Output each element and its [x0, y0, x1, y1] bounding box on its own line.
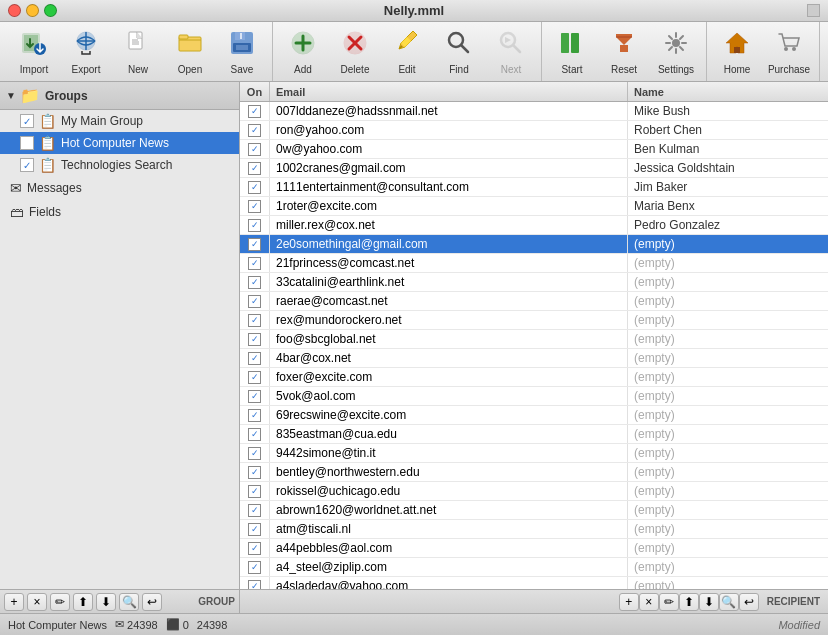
cell-on[interactable] — [240, 577, 270, 589]
row-checkbox[interactable] — [248, 124, 261, 137]
row-checkbox[interactable] — [248, 523, 261, 536]
table-row[interactable]: foo@sbcglobal.net(empty) — [240, 330, 828, 349]
recipient-down-button[interactable]: ⬇ — [699, 593, 719, 611]
cell-on[interactable] — [240, 159, 270, 177]
cell-on[interactable] — [240, 140, 270, 158]
reset-button[interactable]: Reset — [598, 25, 650, 79]
group-down-button[interactable]: ⬇ — [96, 593, 116, 611]
table-row[interactable]: a44pebbles@aol.com(empty) — [240, 539, 828, 558]
maximize-button[interactable] — [44, 4, 57, 17]
minimize-button[interactable] — [26, 4, 39, 17]
sidebar-item-fields[interactable]: 🗃 Fields — [0, 200, 239, 224]
row-checkbox[interactable] — [248, 238, 261, 251]
row-checkbox[interactable] — [248, 485, 261, 498]
cell-on[interactable] — [240, 121, 270, 139]
table-row[interactable]: rex@mundorockero.net(empty) — [240, 311, 828, 330]
group-up-button[interactable]: ⬆ — [73, 593, 93, 611]
cell-on[interactable] — [240, 444, 270, 462]
recipient-delete-button[interactable]: × — [639, 593, 659, 611]
group-delete-button[interactable]: × — [27, 593, 47, 611]
table-row[interactable]: 9442simone@tin.it(empty) — [240, 444, 828, 463]
row-checkbox[interactable] — [248, 371, 261, 384]
group-edit-button[interactable]: ✏ — [50, 593, 70, 611]
cell-on[interactable] — [240, 387, 270, 405]
cell-on[interactable] — [240, 254, 270, 272]
open-button[interactable]: Open — [164, 25, 216, 79]
row-checkbox[interactable] — [248, 219, 261, 232]
new-button[interactable]: New — [112, 25, 164, 79]
row-checkbox[interactable] — [248, 580, 261, 590]
cell-on[interactable] — [240, 216, 270, 234]
group-add-button[interactable]: + — [4, 593, 24, 611]
cell-on[interactable] — [240, 482, 270, 500]
cell-on[interactable] — [240, 330, 270, 348]
row-checkbox[interactable] — [248, 200, 261, 213]
row-checkbox[interactable] — [248, 105, 261, 118]
cell-on[interactable] — [240, 292, 270, 310]
table-row[interactable]: 21fprincess@comcast.net(empty) — [240, 254, 828, 273]
home-button[interactable]: Home — [711, 25, 763, 79]
help-button[interactable]: ? Help — [824, 25, 828, 79]
row-checkbox[interactable] — [248, 504, 261, 517]
cell-on[interactable] — [240, 425, 270, 443]
recipient-up-button[interactable]: ⬆ — [679, 593, 699, 611]
cell-on[interactable] — [240, 406, 270, 424]
save-button[interactable]: Save — [216, 25, 268, 79]
table-row[interactable]: 4bar@cox.net(empty) — [240, 349, 828, 368]
col-header-email[interactable]: Email — [270, 82, 628, 101]
table-row[interactable]: 2e0somethingal@gmail.com(empty) — [240, 235, 828, 254]
cell-on[interactable] — [240, 102, 270, 120]
cell-on[interactable] — [240, 558, 270, 576]
recipient-search-button[interactable]: 🔍 — [719, 593, 739, 611]
table-row[interactable]: 5vok@aol.com(empty) — [240, 387, 828, 406]
group-search-button[interactable]: 🔍 — [119, 593, 139, 611]
cell-on[interactable] — [240, 197, 270, 215]
row-checkbox[interactable] — [248, 276, 261, 289]
sidebar-item-technologies-search[interactable]: 📋 Technologies Search — [0, 154, 239, 176]
cell-on[interactable] — [240, 463, 270, 481]
table-row[interactable]: 1111entertainment@consultant.comJim Bake… — [240, 178, 828, 197]
row-checkbox[interactable] — [248, 143, 261, 156]
group-undo-button[interactable]: ↩ — [142, 593, 162, 611]
add-button[interactable]: Add — [277, 25, 329, 79]
row-checkbox[interactable] — [248, 352, 261, 365]
table-row[interactable]: miller.rex@cox.netPedro Gonzalez — [240, 216, 828, 235]
table-row[interactable]: rokissel@uchicago.edu(empty) — [240, 482, 828, 501]
row-checkbox[interactable] — [248, 162, 261, 175]
cell-on[interactable] — [240, 539, 270, 557]
purchase-button[interactable]: Purchase — [763, 25, 815, 79]
sidebar-item-messages[interactable]: ✉ Messages — [0, 176, 239, 200]
col-header-name[interactable]: Name — [628, 82, 828, 101]
row-checkbox[interactable] — [248, 409, 261, 422]
export-button[interactable]: Export — [60, 25, 112, 79]
sidebar-item-hot-computer-news[interactable]: 📋 Hot Computer News — [0, 132, 239, 154]
table-row[interactable]: atm@tiscali.nl(empty) — [240, 520, 828, 539]
table-row[interactable]: abrown1620@worldnet.att.net(empty) — [240, 501, 828, 520]
table-body[interactable]: 007lddaneze@hadssnmail.netMike Bushron@y… — [240, 102, 828, 589]
close-button[interactable] — [8, 4, 21, 17]
row-checkbox[interactable] — [248, 390, 261, 403]
table-row[interactable]: a4sladeday@yahoo.com(empty) — [240, 577, 828, 589]
next-button[interactable]: Next — [485, 25, 537, 79]
table-row[interactable]: ron@yahoo.comRobert Chen — [240, 121, 828, 140]
row-checkbox[interactable] — [248, 466, 261, 479]
row-checkbox[interactable] — [248, 428, 261, 441]
groups-header[interactable]: ▼ 📁 Groups — [0, 82, 239, 110]
table-row[interactable]: 007lddaneze@hadssnmail.netMike Bush — [240, 102, 828, 121]
row-checkbox[interactable] — [248, 295, 261, 308]
my-main-group-checkbox[interactable] — [20, 114, 34, 128]
table-row[interactable]: a4_steel@ziplip.com(empty) — [240, 558, 828, 577]
table-row[interactable]: raerae@comcast.net(empty) — [240, 292, 828, 311]
cell-on[interactable] — [240, 368, 270, 386]
cell-on[interactable] — [240, 349, 270, 367]
cell-on[interactable] — [240, 501, 270, 519]
row-checkbox[interactable] — [248, 561, 261, 574]
recipient-edit-button[interactable]: ✏ — [659, 593, 679, 611]
hot-computer-news-checkbox[interactable] — [20, 136, 34, 150]
table-row[interactable]: foxer@excite.com(empty) — [240, 368, 828, 387]
recipient-add-button[interactable]: + — [619, 593, 639, 611]
table-row[interactable]: 69recswine@excite.com(empty) — [240, 406, 828, 425]
settings-button[interactable]: Settings — [650, 25, 702, 79]
row-checkbox[interactable] — [248, 314, 261, 327]
cell-on[interactable] — [240, 311, 270, 329]
